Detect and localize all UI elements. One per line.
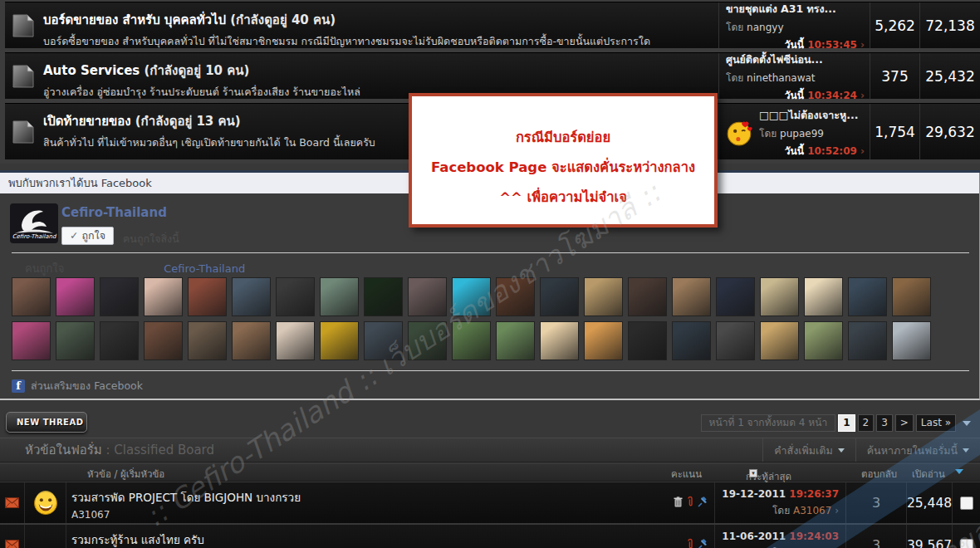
thread-title-link[interactable]: รวมสารพัด PROJECT โดย BIGJOHN บางกรวย	[71, 488, 663, 506]
thread-last-author[interactable]: โดย A31067 ›	[715, 502, 839, 518]
fan-photo[interactable]	[320, 321, 359, 360]
fan-photo[interactable]	[364, 277, 403, 316]
last-post-time[interactable]: วันนี้ 10:53:45 ›	[726, 37, 865, 52]
page-button-last[interactable]: Last »	[916, 414, 956, 432]
last-post-author[interactable]: โดย ninethanawat	[726, 70, 865, 86]
facebook-page-link[interactable]: Cefiro-Thailand	[61, 205, 167, 220]
board-row[interactable]: Auto Services (กำลังดูอยู่ 10 คน)อู่วางเ…	[5, 52, 980, 99]
facebook-plugin-label[interactable]: ส่วนเสริมของ Facebook	[31, 378, 143, 394]
fan-photo[interactable]	[760, 321, 799, 360]
go-to-last-post-icon[interactable]: ›	[857, 39, 865, 51]
fan-photo[interactable]	[892, 321, 931, 360]
board-title[interactable]: บอร์ดขายของ สำหรับ บุคคลทั่วไป (กำลังดูอ…	[43, 10, 710, 30]
go-to-last-post-icon[interactable]: ›	[831, 505, 839, 516]
fan-photo[interactable]	[320, 277, 359, 316]
fan-photo[interactable]	[408, 277, 447, 316]
fan-photo[interactable]	[276, 277, 315, 316]
last-post-author[interactable]: โดย nangyy	[726, 19, 865, 35]
last-post-author[interactable]: โดย pupae99	[759, 125, 865, 141]
board-row[interactable]: บอร์ดขายของ สำหรับ บุคคลทั่วไป (กำลังดูอ…	[5, 2, 980, 48]
sort-icon[interactable]: ▾	[749, 469, 757, 477]
thread-select-cell	[952, 525, 980, 548]
board-title[interactable]: Auto Services (กำลังดูอยู่ 10 คน)	[43, 61, 710, 81]
fan-photo[interactable]	[144, 321, 183, 360]
search-forum-menu[interactable]: ค้นหาภายในฟอรั่มนี้	[855, 438, 980, 462]
thread-row[interactable]: รวมสารพัด PROJECT โดย BIGJOHN บางกรวยA31…	[0, 482, 980, 523]
fan-photo[interactable]	[144, 277, 183, 316]
page-button-1[interactable]: 1	[838, 414, 855, 432]
fan-photo[interactable]	[56, 277, 95, 316]
trash-icon[interactable]	[674, 495, 683, 511]
page-button-2[interactable]: 2	[858, 414, 875, 432]
fan-photo[interactable]	[496, 277, 535, 316]
thread-checkbox[interactable]	[960, 497, 973, 510]
fan-photo[interactable]	[364, 321, 403, 360]
column-views[interactable]: เปิดอ่าน	[912, 467, 945, 482]
board-title-link[interactable]: บอร์ดขายของ สำหรับ บุคคลทั่วไป	[43, 12, 226, 27]
fan-photo[interactable]	[12, 277, 51, 316]
last-post-title[interactable]: □□□ไม่ต้องเจาะหู...	[759, 107, 865, 124]
fan-photo[interactable]	[848, 277, 887, 316]
thread-row[interactable]: รวมกระทู้ร้าน แสงไทย ครับA3144011-06-201…	[0, 525, 980, 548]
fan-photo[interactable]	[848, 321, 887, 360]
fan-photo[interactable]	[452, 277, 491, 316]
board-title-link[interactable]: Auto Services	[43, 63, 140, 78]
fan-photo[interactable]	[188, 321, 227, 360]
like-button[interactable]: ✓ถูกใจ	[61, 227, 114, 245]
fan-photo[interactable]	[452, 321, 491, 360]
fan-photo[interactable]	[540, 277, 579, 316]
board-title-link[interactable]: เปิดท้ายขายของ	[43, 114, 131, 129]
last-post-title[interactable]: ขายชุดแต่ง A31 ทรง...	[726, 1, 865, 17]
pin-icon[interactable]	[698, 495, 708, 511]
thread-last-author[interactable]: โดย A31440 ›	[715, 545, 839, 548]
fan-photo[interactable]	[56, 321, 95, 360]
fan-photo[interactable]	[496, 321, 535, 360]
last-post-time[interactable]: วันนี้ 10:52:09 ›	[759, 143, 865, 159]
fan-photo[interactable]	[232, 321, 271, 360]
author-name[interactable]: A31067	[793, 505, 831, 516]
author-name[interactable]: ninethanawat	[747, 72, 815, 84]
fan-photo[interactable]	[188, 277, 227, 316]
fan-photo[interactable]	[540, 321, 579, 360]
fan-photo[interactable]	[716, 321, 755, 360]
thread-checkbox[interactable]	[960, 539, 973, 548]
paperclip-icon[interactable]	[687, 495, 693, 511]
fan-photo[interactable]	[584, 321, 623, 360]
last-post-time[interactable]: วันนี้ 10:34:24 ›	[726, 87, 865, 103]
fan-photo[interactable]	[628, 321, 667, 360]
fan-photo[interactable]	[672, 321, 711, 360]
column-topic[interactable]: หัวข้อ / ผู้เริ่มหัวข้อ	[87, 467, 164, 482]
new-thread-button[interactable]: NEW THREAD	[6, 412, 87, 433]
fan-photo[interactable]	[232, 277, 271, 316]
author-name[interactable]: pupae99	[780, 128, 824, 139]
page-button-3[interactable]: 3	[876, 414, 893, 432]
more-options-menu[interactable]: คำสั่งเพิ่มเติม	[762, 438, 855, 462]
fan-photo[interactable]	[584, 277, 623, 316]
paperclip-icon[interactable]	[687, 537, 693, 548]
page-button-[interactable]: >	[895, 414, 914, 432]
fan-photo[interactable]	[804, 277, 843, 316]
thread-title-link[interactable]: รวมกระทู้ร้าน แสงไทย ครับ	[71, 531, 663, 548]
pin-icon[interactable]	[698, 537, 708, 548]
author-name[interactable]: nangyy	[747, 22, 783, 33]
fan-photo[interactable]	[12, 321, 51, 360]
fan-photo[interactable]	[100, 277, 139, 316]
fan-photo[interactable]	[804, 321, 843, 360]
page-dropdown-button[interactable]	[958, 414, 975, 432]
cefiro-logo[interactable]: Cefiro-Thailand	[10, 203, 58, 243]
fan-photo[interactable]	[628, 277, 667, 316]
fan-photo[interactable]	[100, 321, 139, 360]
fan-photo[interactable]	[716, 277, 755, 316]
last-post-avatar[interactable]	[726, 119, 754, 147]
fan-photo[interactable]	[276, 321, 315, 360]
likes-page-link[interactable]: Cefiro-Thailand	[164, 262, 245, 275]
column-replies[interactable]: ตอบกลับ	[861, 467, 897, 482]
fan-photo[interactable]	[892, 277, 931, 316]
column-score[interactable]: คะแนน	[671, 467, 702, 482]
go-to-last-post-icon[interactable]: ›	[857, 90, 865, 101]
fan-photo[interactable]	[672, 277, 711, 316]
fan-photo[interactable]	[760, 277, 799, 316]
last-post-title[interactable]: ศูนย์ติดตั้งไฟซีน่อน...	[726, 51, 865, 68]
fan-photo[interactable]	[408, 321, 447, 360]
go-to-last-post-icon[interactable]: ›	[857, 145, 865, 157]
